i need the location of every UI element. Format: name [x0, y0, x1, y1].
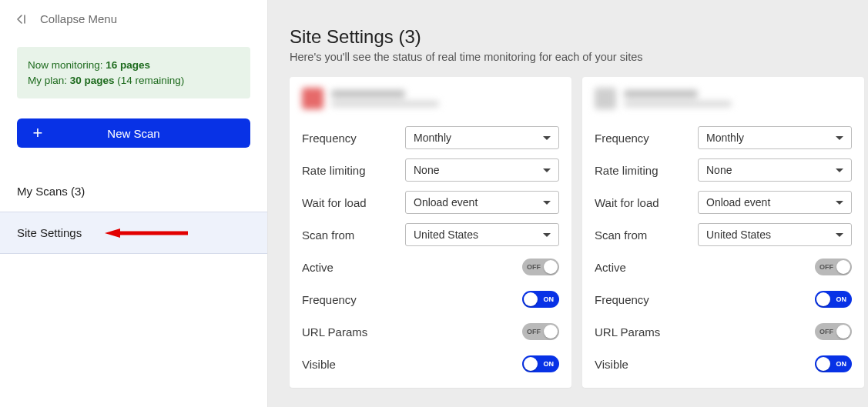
select-scan-from-value: United States	[414, 229, 478, 241]
sidebar: Collapse Menu Now monitoring: 16 pages M…	[0, 0, 268, 407]
plan-monitoring-line: Now monitoring: 16 pages	[28, 58, 240, 73]
select-scan-from[interactable]: United States	[405, 223, 559, 246]
chevron-down-icon	[543, 136, 551, 140]
plan-limit-line: My plan: 30 pages (14 remaining)	[28, 73, 240, 88]
toggle-knob	[816, 357, 830, 371]
new-scan-label: New Scan	[107, 127, 159, 140]
select-frequency[interactable]: Monthly	[405, 126, 559, 149]
label-frequency-toggle: Frequency	[302, 293, 357, 306]
site-card-header	[595, 88, 852, 109]
row-visible: Visible ON	[595, 348, 852, 380]
main-content: Site Settings (3) Here's you'll see the …	[268, 0, 868, 407]
toggle-frequency[interactable]: ON	[815, 291, 852, 308]
site-card: Frequency Monthly Rate limiting None Wai…	[290, 77, 571, 388]
toggle-label: ON	[836, 295, 847, 303]
select-rate-limiting[interactable]: None	[698, 158, 852, 182]
toggle-label: OFF	[527, 263, 541, 271]
select-frequency-value: Monthly	[706, 132, 744, 144]
toggle-knob	[816, 292, 830, 306]
annotation-arrow-icon	[105, 228, 189, 239]
plan-prefix: My plan:	[28, 75, 70, 86]
plan-suffix: (14 remaining)	[115, 75, 185, 86]
chevron-down-icon	[836, 233, 843, 237]
site-name-redacted	[624, 90, 732, 107]
select-frequency-value: Monthly	[414, 132, 451, 144]
toggle-visible[interactable]: ON	[522, 355, 559, 372]
collapse-icon	[17, 13, 29, 25]
row-active: Active OFF	[595, 251, 852, 283]
collapse-menu[interactable]: Collapse Menu	[0, 0, 267, 32]
nav-site-settings[interactable]: Site Settings	[0, 212, 267, 254]
row-rate-limiting: Rate limiting None	[302, 154, 559, 186]
label-wait-for-load: Wait for load	[595, 196, 659, 209]
select-rate-limiting-value: None	[706, 164, 732, 176]
row-wait-for-load: Wait for load Onload event	[302, 186, 559, 219]
select-wait-for-load[interactable]: Onload event	[698, 191, 852, 214]
select-wait-for-load-value: Onload event	[706, 196, 770, 209]
plan-status-box: Now monitoring: 16 pages My plan: 30 pag…	[17, 47, 250, 98]
toggle-label: ON	[544, 360, 555, 368]
toggle-active[interactable]: OFF	[815, 259, 852, 275]
chevron-down-icon	[543, 233, 551, 237]
site-card-header	[302, 88, 559, 109]
toggle-knob	[836, 260, 850, 274]
label-url-params: URL Params	[302, 325, 367, 339]
nav-site-settings-label: Site Settings	[17, 226, 82, 239]
label-visible: Visible	[595, 358, 628, 371]
toggle-knob	[544, 260, 558, 274]
label-frequency: Frequency	[595, 132, 649, 145]
label-frequency: Frequency	[302, 132, 357, 145]
row-wait-for-load: Wait for load Onload event	[595, 186, 852, 219]
row-url-params: URL Params OFF	[595, 315, 852, 348]
row-scan-from: Scan from United States	[595, 219, 852, 251]
row-visible: Visible ON	[302, 348, 559, 380]
toggle-knob	[836, 325, 850, 339]
nav-my-scans[interactable]: My Scans (3)	[0, 171, 267, 212]
row-active: Active OFF	[302, 251, 559, 283]
select-rate-limiting[interactable]: None	[405, 158, 559, 182]
select-wait-for-load[interactable]: Onload event	[405, 191, 559, 214]
site-card: Frequency Monthly Rate limiting None Wai…	[582, 77, 864, 388]
toggle-knob	[524, 357, 538, 371]
toggle-label: OFF	[819, 328, 833, 335]
site-cards: Frequency Monthly Rate limiting None Wai…	[290, 77, 846, 388]
row-frequency: Frequency Monthly	[302, 122, 559, 154]
label-wait-for-load: Wait for load	[302, 196, 367, 209]
select-scan-from[interactable]: United States	[698, 223, 852, 246]
label-rate-limiting: Rate limiting	[302, 164, 366, 177]
page-title: Site Settings (3)	[290, 26, 846, 48]
row-scan-from: Scan from United States	[302, 219, 559, 251]
page-subtitle: Here's you'll see the status of real tim…	[290, 51, 846, 63]
toggle-label: ON	[544, 295, 555, 303]
nav-my-scans-label: My Scans (3)	[17, 185, 85, 198]
new-scan-button[interactable]: + New Scan	[17, 118, 250, 148]
toggle-active[interactable]: OFF	[522, 259, 559, 275]
chevron-down-icon	[836, 201, 843, 205]
select-scan-from-value: United States	[706, 229, 771, 241]
row-frequency-toggle: Frequency ON	[302, 283, 559, 315]
chevron-down-icon	[543, 168, 551, 172]
label-visible: Visible	[302, 358, 336, 371]
toggle-url-params[interactable]: OFF	[815, 323, 852, 340]
toggle-label: OFF	[527, 328, 541, 335]
toggle-label: ON	[836, 360, 847, 368]
row-frequency-toggle: Frequency ON	[595, 283, 852, 315]
label-url-params: URL Params	[595, 325, 660, 339]
toggle-url-params[interactable]: OFF	[522, 323, 559, 340]
row-frequency: Frequency Monthly	[595, 122, 852, 154]
toggle-frequency[interactable]: ON	[522, 291, 559, 308]
label-scan-from: Scan from	[595, 229, 647, 242]
toggle-visible[interactable]: ON	[815, 355, 852, 372]
toggle-label: OFF	[819, 263, 833, 271]
label-active: Active	[595, 261, 626, 274]
select-wait-for-load-value: Onload event	[414, 196, 478, 209]
svg-marker-2	[105, 229, 120, 238]
label-scan-from: Scan from	[302, 229, 354, 242]
select-frequency[interactable]: Monthly	[698, 126, 852, 149]
row-url-params: URL Params OFF	[302, 315, 559, 348]
toggle-knob	[524, 292, 538, 306]
site-favicon	[302, 88, 323, 109]
label-frequency-toggle: Frequency	[595, 293, 649, 306]
select-rate-limiting-value: None	[414, 164, 439, 176]
plan-monitoring-value: 16 pages	[106, 59, 150, 71]
